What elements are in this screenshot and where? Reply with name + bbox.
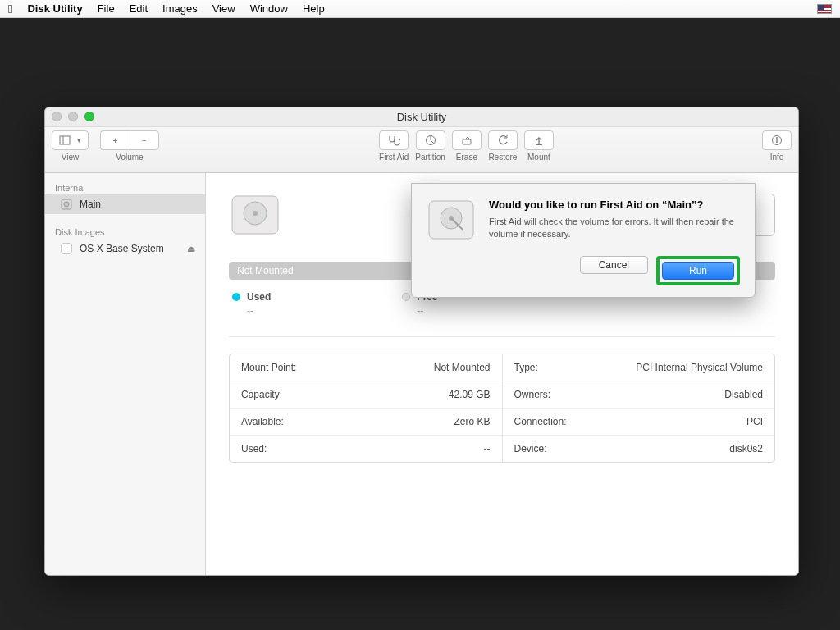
info-val: 42.09 GB — [449, 389, 491, 400]
svg-rect-5 — [536, 144, 542, 145]
menu-edit[interactable]: Edit — [130, 2, 148, 15]
dialog-disk-icon — [427, 199, 476, 241]
mount-icon — [533, 135, 545, 146]
info-key: Owners: — [514, 389, 551, 400]
partition-button[interactable] — [416, 130, 445, 150]
restore-button[interactable] — [488, 130, 518, 150]
highlight-box: Run — [656, 256, 740, 285]
info-val: -- — [484, 443, 491, 454]
titlebar: Disk Utility — [45, 107, 798, 127]
diskimage-icon — [60, 242, 73, 255]
erase-label: Erase — [456, 153, 477, 162]
restore-icon — [497, 135, 509, 146]
view-button[interactable]: ▾ — [52, 130, 89, 150]
menu-view[interactable]: View — [212, 2, 235, 15]
svg-rect-8 — [776, 139, 777, 143]
restore-label: Restore — [488, 153, 517, 162]
info-label: Info — [770, 153, 784, 162]
svg-rect-11 — [62, 244, 71, 253]
info-val: PCI Internal Physical Volume — [636, 362, 763, 373]
sidebar-section-internal: Internal — [45, 178, 205, 194]
first-aid-label: First Aid — [379, 153, 409, 162]
window-minimize-button[interactable] — [68, 112, 78, 121]
svg-point-2 — [399, 139, 400, 141]
toolbar: ▾ View + − Volume First Aid Partition — [45, 127, 798, 173]
info-icon — [771, 135, 783, 146]
mount-button[interactable] — [524, 130, 554, 150]
sidebar-item-label: OS X Base System — [80, 243, 164, 254]
window-close-button[interactable] — [52, 112, 62, 121]
info-key: Connection: — [514, 416, 567, 427]
info-key: Mount Point: — [241, 362, 296, 373]
volume-remove-button[interactable]: − — [130, 130, 159, 150]
menu-help[interactable]: Help — [303, 2, 325, 15]
info-button[interactable] — [762, 130, 792, 150]
hdd-icon — [60, 198, 73, 211]
info-key: Device: — [514, 443, 547, 454]
svg-point-14 — [253, 211, 258, 216]
sidebar-section-images: Disk Images — [45, 222, 205, 239]
info-key: Capacity: — [241, 389, 282, 400]
dialog-heading: Would you like to run First Aid on “Main… — [489, 199, 740, 211]
volume-add-button[interactable]: + — [100, 130, 130, 150]
info-val: Disabled — [724, 389, 763, 400]
menubar:  Disk Utility File Edit Images View Win… — [0, 0, 840, 18]
input-source-flag-icon[interactable] — [817, 4, 832, 14]
erase-button[interactable] — [452, 130, 482, 150]
app-menu[interactable]: Disk Utility — [27, 2, 82, 15]
menu-file[interactable]: File — [98, 2, 115, 15]
first-aid-dialog: Would you like to run First Aid on “Main… — [411, 183, 756, 298]
info-val: Not Mounted — [434, 362, 491, 373]
window-title: Disk Utility — [397, 111, 447, 123]
dialog-body: First Aid will check the volume for erro… — [489, 216, 740, 240]
info-key: Used: — [241, 443, 267, 454]
erase-icon — [461, 135, 472, 146]
used-value: -- — [247, 305, 271, 317]
svg-rect-0 — [60, 136, 70, 144]
volume-label: Volume — [116, 153, 143, 162]
sidebar-item-label: Main — [80, 199, 101, 210]
eject-icon[interactable]: ⏏ — [187, 244, 195, 254]
used-swatch-icon — [232, 293, 240, 301]
sidebar-item-osx-base[interactable]: OS X Base System ⏏ — [45, 239, 205, 258]
info-key: Available: — [241, 416, 284, 427]
info-table: Mount Point:Not Mounted Capacity:42.09 G… — [229, 354, 775, 463]
partition-label: Partition — [415, 153, 445, 162]
svg-point-10 — [64, 202, 69, 207]
run-button[interactable]: Run — [662, 262, 734, 280]
info-val: Zero KB — [454, 416, 490, 427]
window-zoom-button[interactable] — [84, 112, 94, 121]
used-label: Used — [247, 291, 271, 303]
chevron-down-icon: ▾ — [77, 136, 81, 144]
mount-label: Mount — [527, 153, 550, 162]
menu-window[interactable]: Window — [250, 2, 288, 15]
view-label: View — [62, 153, 80, 162]
sidebar-item-main[interactable]: Main — [45, 194, 205, 214]
disk-utility-window: Disk Utility ▾ View + − Volume First Aid — [44, 107, 799, 576]
minus-icon: − — [142, 136, 147, 145]
stethoscope-icon — [387, 135, 400, 146]
volume-large-icon — [229, 193, 281, 237]
pie-icon — [425, 135, 436, 146]
info-val: PCI — [746, 416, 763, 427]
content-pane: 42.09 GB Not Mounted Used -- Free -- — [206, 173, 798, 575]
cancel-button[interactable]: Cancel — [580, 256, 648, 274]
sidebar-icon — [59, 135, 71, 146]
free-swatch-icon — [402, 293, 410, 301]
first-aid-button[interactable] — [379, 130, 409, 150]
menu-images[interactable]: Images — [162, 2, 198, 15]
apple-menu-icon[interactable]:  — [8, 2, 12, 16]
info-val: disk0s2 — [729, 443, 763, 454]
plus-icon: + — [113, 136, 118, 145]
sidebar: Internal Main Disk Images OS X Base Syst… — [45, 173, 206, 575]
svg-rect-4 — [463, 139, 471, 144]
free-value: -- — [417, 305, 437, 317]
svg-point-7 — [776, 137, 778, 139]
info-key: Type: — [514, 362, 538, 373]
